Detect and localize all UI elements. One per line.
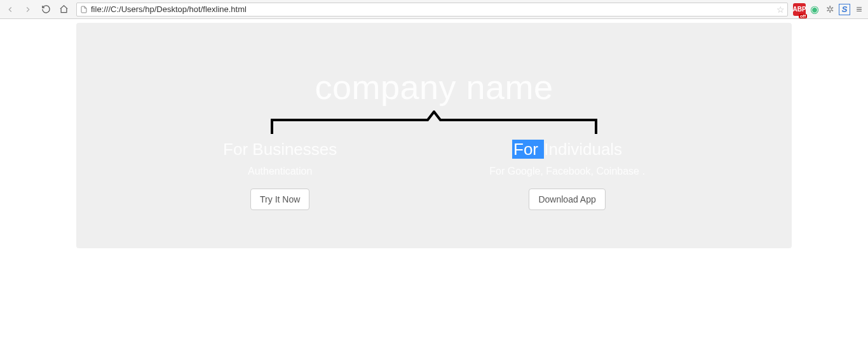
try-it-now-button[interactable]: Try It Now [250,189,309,210]
forward-button[interactable] [20,2,36,17]
extension-s-icon[interactable]: S [839,4,850,15]
column-individuals: For Individuals For Google, Facebook, Co… [489,140,645,210]
bracket-graphic [269,110,599,136]
column-businesses: For Businesses Authentication Try It Now [223,140,337,210]
url-input[interactable] [91,4,774,14]
home-button[interactable] [56,2,71,17]
page-content: company name For Businesses Authenticati… [0,19,868,248]
back-button[interactable] [3,2,18,17]
browser-toolbar: ☆ ABP off ◉ ✲ S ≡ [0,0,868,19]
businesses-subtitle: Authentication [248,166,312,177]
download-app-button[interactable]: Download App [529,189,605,210]
abp-label: ABP [792,6,806,13]
selected-text: For [512,140,544,159]
abp-sub-label: off [799,14,807,18]
hero-section: company name For Businesses Authenticati… [76,23,792,248]
extension-gear-icon[interactable]: ✲ [824,3,836,16]
reload-button[interactable] [38,2,53,17]
company-title: company name [102,67,766,107]
columns: For Businesses Authentication Try It Now… [102,140,766,210]
businesses-title: For Businesses [223,140,337,159]
individuals-title: For Individuals [512,140,622,159]
bookmark-star-icon[interactable]: ☆ [776,4,785,15]
address-bar[interactable]: ☆ [76,3,788,17]
browser-menu-icon[interactable]: ≡ [853,3,865,16]
abp-extension-icon[interactable]: ABP off [793,3,806,16]
extension-green-icon[interactable]: ◉ [808,3,821,16]
file-icon [79,5,88,14]
individuals-subtitle: For Google, Facebook, Coinbase . [489,166,645,177]
individuals-title-rest: Individuals [544,140,622,159]
